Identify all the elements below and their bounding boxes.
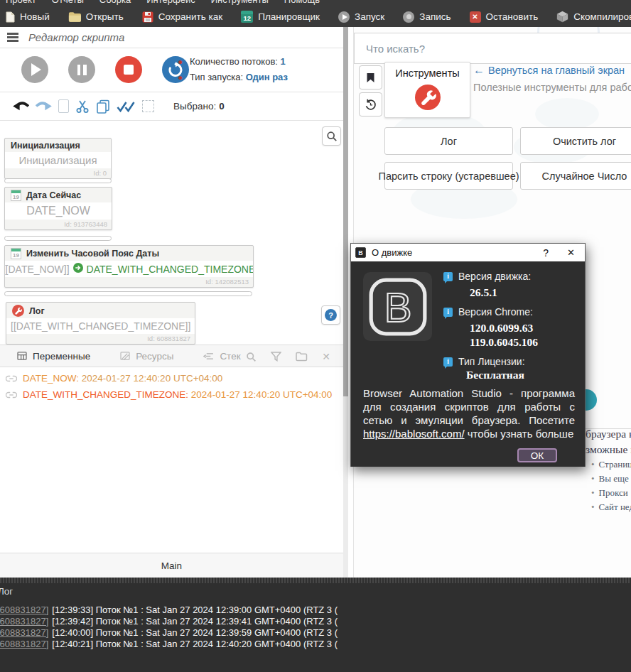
save-as-button[interactable]: Сохранить как <box>142 11 222 23</box>
selected-count: Выбрано:0 <box>173 101 225 112</box>
scheduler-button[interactable]: 12 Планировщик <box>241 11 320 23</box>
calendar-icon: 19 <box>11 190 21 201</box>
main-toolbar: Новый Открыть Сохранить как 12 Планировщ… <box>0 6 631 27</box>
block-connector <box>4 178 112 183</box>
run-type-label: Тип запуска: <box>190 72 243 82</box>
cut-scissors-icon[interactable] <box>75 99 90 114</box>
tools-card-title: Инструменты <box>385 67 470 79</box>
undo-icon[interactable] <box>13 100 29 112</box>
run-button[interactable]: Запуск <box>338 11 384 23</box>
about-engine-dialog: B О движке ? ✕ B i Версия движка: 26.5.1… <box>350 243 586 467</box>
copy-icon[interactable] <box>96 99 110 114</box>
variable-row[interactable]: DATE_NOW: 2024-01-27 12:40:20 UTC+04:00 <box>6 373 222 384</box>
log-entry-id-link[interactable]: [608831827] <box>0 627 48 638</box>
compile-cube-icon <box>556 11 568 23</box>
search-icon[interactable] <box>246 352 257 362</box>
wrench-circle-icon <box>385 85 470 113</box>
tools-card[interactable]: Инструменты <box>384 62 470 118</box>
menu-item-project[interactable]: Проект <box>6 0 36 6</box>
search-input[interactable] <box>355 33 631 63</box>
decor-blob <box>535 98 599 130</box>
calendar-icon: 19 <box>11 248 21 259</box>
variable-row[interactable]: DATE_WITH_CHANGED_TIMEZONE: 2024-01-27 1… <box>6 389 332 400</box>
stack-icon <box>203 352 214 360</box>
block-initialization[interactable]: Инициализация Инициализация Id: 0 <box>4 138 112 179</box>
bookmark-icon <box>366 72 375 83</box>
log-tool-button[interactable]: Лог <box>384 127 513 155</box>
resize-handle[interactable] <box>0 578 631 583</box>
chrome-version-value-1: 120.0.6099.63 <box>470 322 533 335</box>
block-change-timezone[interactable]: 19 Изменить Часовой Пояс Даты [[DATE_NOW… <box>4 245 254 288</box>
menu-item-help[interactable]: Помощь <box>284 0 320 6</box>
menu-item-reports[interactable]: Отчеты <box>52 0 84 6</box>
help-button[interactable]: ? <box>321 305 340 325</box>
thread-count-row[interactable]: ● Количество потоков: 1 <box>178 56 288 67</box>
tab-resources[interactable]: Ресурсы <box>120 351 173 362</box>
main-tab-bar: Main <box>0 553 343 578</box>
paste-icon[interactable] <box>58 99 69 113</box>
new-button[interactable]: Новый <box>6 11 50 23</box>
back-to-home-link[interactable]: ←Вернуться на главный экран <box>473 64 625 77</box>
script-canvas[interactable]: Инициализация Инициализация Id: 0 19 Дат… <box>0 121 343 345</box>
block-log[interactable]: Лог [[DATE_WITH_CHANGED_TIMEZONE]] Id: 6… <box>6 302 195 345</box>
log-entry: [608831827][12:40:00] Поток №1 : Sat Jan… <box>0 627 338 638</box>
dialog-titlebar[interactable]: B О движке ? ✕ <box>351 244 585 261</box>
pause-button[interactable] <box>68 56 95 83</box>
canvas-search-button[interactable] <box>322 126 341 146</box>
history-button[interactable] <box>359 92 382 116</box>
history-icon <box>365 99 377 111</box>
chrome-version-value-2: 119.0.6045.106 <box>470 336 538 349</box>
bablosoft-link[interactable]: https://bablosoft.com/ <box>363 428 465 440</box>
close-icon[interactable]: ✕ <box>322 351 330 362</box>
select-area-icon[interactable] <box>142 100 154 112</box>
log-panel: Лог [608831827][12:39:33] Поток №1 : Sat… <box>0 578 631 672</box>
block-connector <box>4 291 252 296</box>
tab-variables[interactable]: Переменные <box>17 351 90 362</box>
folder-icon[interactable] <box>296 352 308 362</box>
tab-stack[interactable]: Стек <box>203 351 240 362</box>
record-icon <box>403 11 414 23</box>
open-button[interactable]: Открыть <box>68 11 124 22</box>
save-icon <box>142 11 153 23</box>
run-type-row[interactable]: ● Тип запуска: Один раз <box>178 72 288 82</box>
tools-description: Полезные инструменты для работы со ст <box>473 82 631 93</box>
dialog-body: B i Версия движка: 26.5.1 i Версия Chrom… <box>351 261 585 467</box>
filter-icon[interactable] <box>271 352 281 362</box>
redo-icon[interactable] <box>36 100 52 112</box>
stop-script-button[interactable] <box>115 56 142 83</box>
random-number-tool-button[interactable]: Случайное Число <box>520 162 631 190</box>
log-entry-id-link[interactable]: [608831827] <box>0 616 48 627</box>
log-entry: [608831827][12:39:42] Поток №1 : Sat Jan… <box>0 616 338 627</box>
info-icon: i <box>443 308 453 317</box>
menu-item-interface[interactable]: Интерфейс <box>146 0 195 6</box>
log-entry-id-link[interactable]: [608831827] <box>0 605 48 615</box>
browser-text-line: зможные п <box>586 443 631 456</box>
svg-text:B: B <box>384 284 411 330</box>
hamburger-menu-icon[interactable] <box>7 33 18 43</box>
ok-button[interactable]: ОК <box>517 448 557 462</box>
dialog-help-button[interactable]: ? <box>543 247 549 259</box>
clear-log-tool-button[interactable]: Очистить лог <box>520 127 631 155</box>
dialog-close-button[interactable]: ✕ <box>567 247 575 258</box>
menu-item-build[interactable]: Сборка <box>99 0 131 6</box>
tab-main[interactable]: Main <box>161 560 182 571</box>
log-title: Лог <box>0 586 13 597</box>
browser-bullet-list: •Страниц •Вы еще •Прокси •Сайт нед <box>591 459 631 516</box>
compile-button[interactable]: Скомпилировать <box>556 11 631 23</box>
log-entry-id-link[interactable]: [608831827] <box>0 639 48 649</box>
stop-button[interactable]: ✕ Остановить <box>470 11 539 23</box>
scheduler-calendar-icon: 12 <box>241 11 253 23</box>
record-button[interactable]: Запись <box>403 11 451 23</box>
scrollbar-thumb[interactable] <box>343 27 348 396</box>
block-date-now[interactable]: 19 Дата Сейчас DATE_NOW Id: 913763448 <box>4 187 112 230</box>
multi-check-icon[interactable] <box>117 101 136 112</box>
variables-panel: Переменные Ресурсы Стек ✕ DATE_NOW: 2024… <box>0 345 343 553</box>
parse-string-tool-button[interactable]: Парсить строку (устаревшее) <box>384 162 513 190</box>
left-scrollbar[interactable] <box>343 27 348 578</box>
bas-logo-small-icon: B <box>355 247 366 258</box>
play-button[interactable] <box>21 56 48 83</box>
info-icon: i <box>443 357 453 367</box>
menu-item-tools[interactable]: Инструменты <box>211 0 269 6</box>
bookmark-button[interactable] <box>359 65 382 90</box>
search-box <box>354 33 631 64</box>
